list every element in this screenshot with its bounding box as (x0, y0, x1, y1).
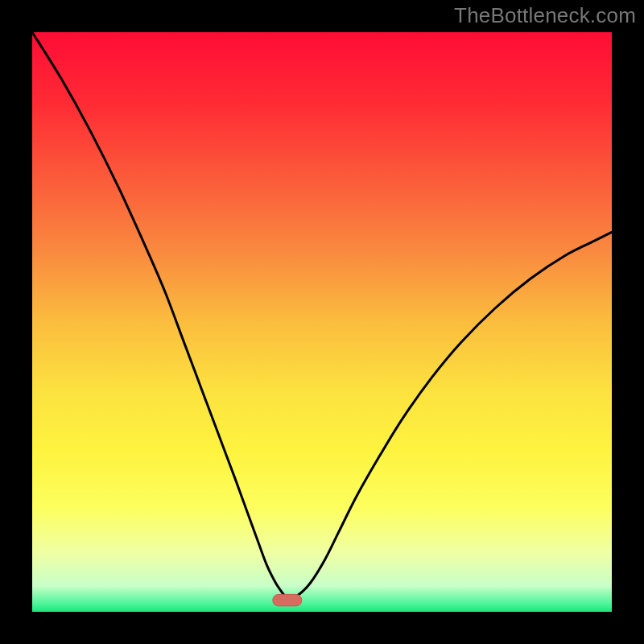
chart-frame: TheBottleneck.com (0, 0, 644, 644)
gradient-background (32, 32, 612, 612)
watermark-text: TheBottleneck.com (454, 3, 636, 28)
chart-svg (32, 32, 612, 612)
minimum-marker (273, 594, 302, 605)
plot-area (32, 32, 612, 612)
